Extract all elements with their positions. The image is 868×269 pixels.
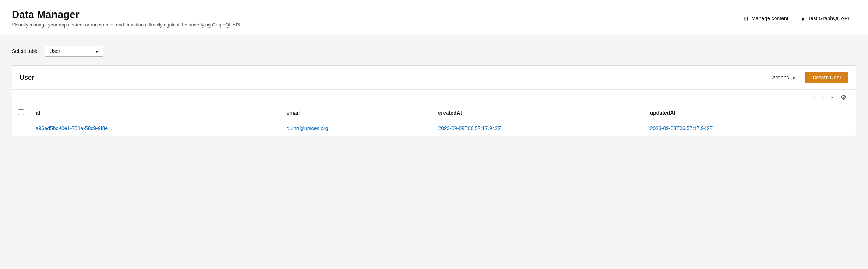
header: Data Manager Visually manage your app co…	[0, 0, 868, 35]
test-graphql-label: Test GraphQL API	[808, 15, 849, 21]
page-title: Data Manager	[12, 9, 241, 21]
monitor-icon	[744, 15, 748, 22]
manage-content-button[interactable]: Manage content	[737, 12, 795, 25]
play-icon	[802, 15, 805, 21]
cell-id[interactable]: a96ad5bc-f0e1-701a-58c9-9f8e...	[30, 120, 280, 136]
cell-email[interactable]: quinn@unices.org	[280, 120, 432, 136]
cell-createdAt[interactable]: 2023-09-08T06:57:17.942Z	[433, 120, 644, 136]
data-table: id email createdAt updatedAt a96ad5bc-f0…	[12, 105, 856, 136]
select-table-dropdown[interactable]: User	[45, 46, 103, 57]
chevron-right-icon: ›	[831, 94, 833, 101]
column-header-id: id	[30, 105, 280, 120]
table-header-checkbox	[12, 105, 30, 120]
table-card: User Actions Create User ‹ 1 › ⚙	[12, 65, 856, 136]
gear-icon: ⚙	[840, 93, 846, 101]
cell-updatedAt[interactable]: 2023-09-08T06:57:17.942Z	[644, 120, 856, 136]
select-all-checkbox[interactable]	[18, 109, 24, 115]
column-header-created-at: createdAt	[433, 105, 644, 120]
pagination-prev-button[interactable]: ‹	[811, 93, 817, 101]
create-user-label: Create User	[812, 75, 841, 80]
pagination-current-page: 1	[820, 94, 826, 100]
column-header-updated-at: updatedAt	[644, 105, 856, 120]
chevron-down-icon	[792, 75, 795, 80]
header-left: Data Manager Visually manage your app co…	[12, 9, 241, 28]
chevron-down-icon	[95, 48, 99, 54]
select-table-label: Select table	[12, 48, 39, 54]
selected-table-value: User	[49, 48, 60, 54]
test-graphql-button[interactable]: Test GraphQL API	[795, 12, 856, 25]
chevron-left-icon: ‹	[813, 94, 815, 101]
pagination-next-button[interactable]: ›	[829, 93, 835, 101]
header-right: Manage content Test GraphQL API	[737, 12, 856, 25]
main-content: Select table User User Actions Create Us…	[0, 35, 868, 147]
page-subtitle: Visually manage your app content or run …	[12, 22, 241, 28]
table-card-header: User Actions Create User	[12, 66, 856, 90]
manage-content-label: Manage content	[751, 15, 788, 21]
select-table-row: Select table User	[12, 46, 856, 57]
table-row: a96ad5bc-f0e1-701a-58c9-9f8e...quinn@uni…	[12, 120, 856, 136]
table-settings-button[interactable]: ⚙	[838, 93, 848, 102]
actions-label: Actions	[772, 75, 789, 80]
create-user-button[interactable]: Create User	[805, 72, 848, 83]
row-checkbox[interactable]	[18, 125, 24, 130]
table-card-title: User	[20, 74, 34, 82]
table-card-header-actions: Actions Create User	[767, 72, 848, 83]
pagination-row: ‹ 1 › ⚙	[12, 90, 856, 105]
actions-button[interactable]: Actions	[767, 72, 801, 83]
table-header-row: id email createdAt updatedAt	[12, 105, 856, 120]
column-header-email: email	[280, 105, 432, 120]
